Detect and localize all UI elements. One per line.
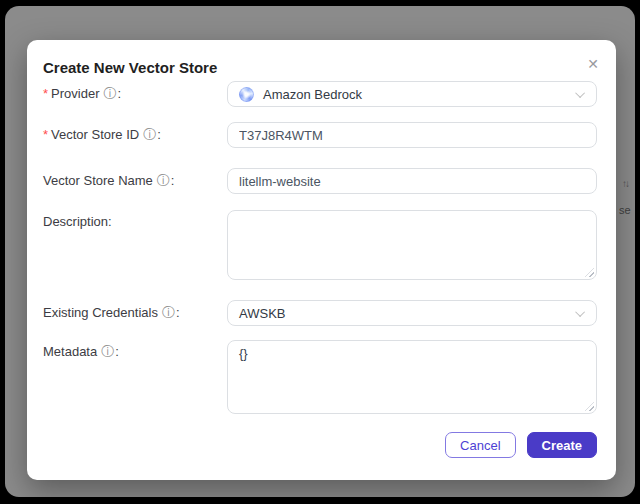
background-partial-text: se (619, 204, 631, 216)
label-colon: : (157, 127, 161, 142)
metadata-label-text: Metadata (43, 344, 97, 359)
metadata-label: Metadataⓘ: (43, 340, 227, 361)
required-marker: * (43, 86, 48, 101)
dimmed-app-window: ↑↓ se ✕ Create New Vector Store *Provide… (5, 6, 635, 497)
create-button[interactable]: Create (527, 432, 597, 458)
background-sort-icon: ↑↓ (622, 178, 628, 189)
description-row: Description: (43, 210, 597, 280)
label-colon: : (171, 173, 175, 188)
info-icon: ⓘ (162, 305, 175, 320)
description-label-text: Description (43, 214, 108, 229)
existing-credentials-row: Existing Credentialsⓘ: AWSKB (43, 300, 597, 326)
provider-row: *Providerⓘ: Amazon Bedrock (43, 81, 597, 107)
vector-store-id-input[interactable] (227, 122, 597, 148)
vector-store-name-row: Vector Store Nameⓘ: (43, 168, 597, 194)
info-icon: ⓘ (101, 344, 114, 359)
description-textarea[interactable] (227, 210, 597, 280)
modal-footer: Cancel Create (43, 432, 597, 458)
close-icon[interactable]: ✕ (582, 53, 604, 75)
provider-select[interactable]: Amazon Bedrock (227, 81, 597, 107)
provider-label-text: Provider (51, 86, 99, 101)
label-colon: : (108, 214, 112, 229)
label-colon: : (176, 305, 180, 320)
cancel-button[interactable]: Cancel (445, 432, 515, 458)
info-icon: ⓘ (103, 86, 116, 101)
existing-credentials-select[interactable]: AWSKB (227, 300, 597, 326)
amazon-bedrock-icon (239, 87, 254, 102)
info-icon: ⓘ (143, 127, 156, 142)
vector-store-name-label: Vector Store Nameⓘ: (43, 172, 227, 190)
vector-store-id-row: *Vector Store IDⓘ: (43, 122, 597, 148)
vector-store-id-label-text: Vector Store ID (51, 127, 139, 142)
description-label: Description: (43, 210, 227, 231)
modal-title: Create New Vector Store (43, 58, 597, 78)
required-marker: * (43, 127, 48, 142)
vector-store-name-input[interactable] (227, 168, 597, 194)
chevron-down-icon (575, 88, 585, 98)
existing-credentials-label-text: Existing Credentials (43, 305, 158, 320)
label-colon: : (117, 86, 121, 101)
label-colon: : (115, 344, 119, 359)
chevron-down-icon (575, 307, 585, 317)
existing-credentials-select-value: AWSKB (239, 306, 285, 321)
existing-credentials-label: Existing Credentialsⓘ: (43, 304, 227, 322)
info-icon: ⓘ (157, 173, 170, 188)
metadata-row: Metadataⓘ: {} (43, 340, 597, 414)
vector-store-name-label-text: Vector Store Name (43, 173, 153, 188)
vector-store-id-label: *Vector Store IDⓘ: (43, 126, 227, 144)
provider-select-value: Amazon Bedrock (263, 87, 362, 102)
provider-label: *Providerⓘ: (43, 85, 227, 103)
metadata-textarea[interactable]: {} (227, 340, 597, 414)
create-vector-store-modal: ✕ Create New Vector Store *Providerⓘ: Am… (27, 40, 616, 480)
